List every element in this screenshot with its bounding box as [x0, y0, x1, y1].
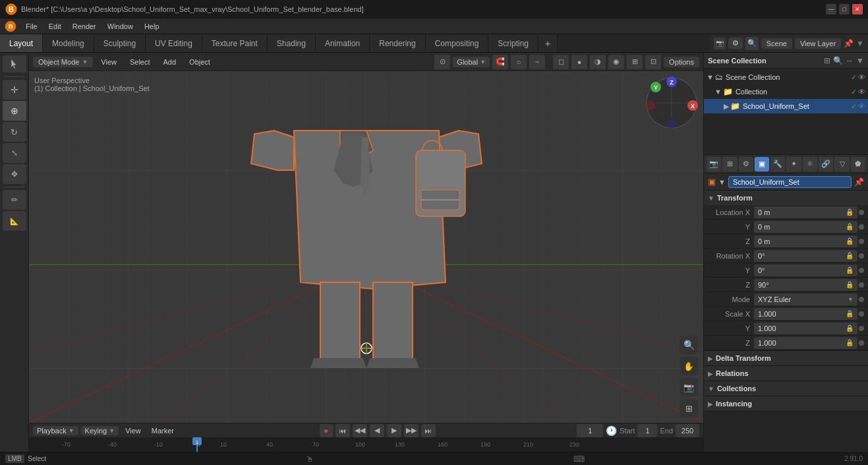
world-grid-icon[interactable]: ⊞	[680, 399, 698, 418]
tab-texture-paint[interactable]: Texture Paint	[202, 34, 268, 52]
scene-collection-item[interactable]: ▼ 🗂 Scene Collection ✓ 👁	[704, 70, 868, 84]
skip-start-button[interactable]: ⏮	[335, 424, 350, 437]
collections-header[interactable]: ▼ Collections	[704, 381, 868, 396]
object-prop-icon[interactable]: ▣	[755, 157, 769, 171]
object-mode-dropdown[interactable]: Object Mode ▼	[33, 57, 93, 67]
rotation-z-field[interactable]: 90° 🔒	[754, 279, 857, 291]
start-frame-input[interactable]: 1	[637, 424, 657, 437]
menu-edit[interactable]: Edit	[43, 21, 67, 32]
object-menu-btn[interactable]: Object	[184, 57, 216, 67]
location-y-field[interactable]: 0 m 🔒	[754, 221, 857, 233]
menu-file[interactable]: File	[20, 21, 43, 32]
scale-z-field[interactable]: 1.000 🔒	[754, 337, 857, 349]
pivot-icon[interactable]: ⊙	[434, 55, 450, 69]
collection-item[interactable]: ▼ 📁 Collection ✓ 👁	[704, 84, 868, 99]
minimize-button[interactable]: —	[826, 4, 836, 15]
global-dropdown[interactable]: Global ▼	[453, 57, 490, 67]
material-icon[interactable]: ◑	[590, 55, 606, 69]
menu-render[interactable]: Render	[67, 21, 101, 32]
modifier-prop-icon[interactable]: 🔧	[770, 157, 785, 171]
view-menu-btn[interactable]: View	[96, 57, 122, 67]
scale-tool[interactable]: ⤡	[3, 143, 26, 163]
pin-object-icon[interactable]: 📌	[854, 177, 864, 187]
tab-animation[interactable]: Animation	[316, 34, 370, 52]
relations-header[interactable]: ▶ Relations	[704, 366, 868, 381]
transform-tool[interactable]: ✥	[3, 164, 26, 184]
walk-navigation-icon[interactable]: ✋	[680, 357, 698, 375]
timeline-scrubber[interactable]: -70 -40 -10 0 10 40 70 100 130 160 190 2…	[29, 437, 703, 452]
scale-y-field[interactable]: 1.000 🔒	[754, 323, 857, 334]
rotate-tool[interactable]: ↻	[3, 122, 26, 142]
scale-x-dot[interactable]	[859, 311, 864, 317]
menu-window[interactable]: Window	[102, 21, 138, 32]
timeline-marker-btn[interactable]: Marker	[148, 426, 178, 435]
cursor-tool[interactable]: ✛	[3, 80, 26, 100]
rotation-x-dot[interactable]	[859, 253, 864, 259]
tab-layout[interactable]: Layout	[0, 34, 43, 52]
current-frame-input[interactable]: 1	[577, 424, 603, 437]
tab-add-button[interactable]: +	[538, 34, 558, 52]
delta-transform-header[interactable]: ▶ Delta Transform	[704, 351, 868, 365]
euler-mode-dropdown[interactable]: XYZ Euler ▼	[754, 294, 857, 305]
search-icon[interactable]: 🔍	[745, 37, 759, 50]
constraints-prop-icon[interactable]: 🔗	[819, 157, 833, 171]
select-menu-btn[interactable]: Select	[125, 57, 156, 67]
tab-shading[interactable]: Shading	[268, 34, 316, 52]
material-prop-icon[interactable]: ⬟	[851, 157, 865, 171]
step-back-button[interactable]: ◀◀	[353, 424, 367, 437]
mode-dot[interactable]	[859, 297, 864, 302]
play-back-button[interactable]: ◀	[370, 424, 384, 437]
add-menu-btn[interactable]: Add	[158, 57, 182, 67]
visibility2-eye-icon[interactable]: 👁	[858, 88, 865, 96]
instancing-header[interactable]: ▶ Instancing	[704, 396, 868, 411]
location-y-dot[interactable]	[859, 224, 864, 230]
overlay-icon[interactable]: ⊞	[627, 55, 643, 69]
physics-prop-icon[interactable]: ⚛	[803, 157, 817, 171]
rotation-z-dot[interactable]	[859, 282, 864, 288]
viewport-mode-icon[interactable]	[3, 55, 26, 73]
proportional2-icon[interactable]: ~	[529, 55, 545, 69]
wireframe-icon[interactable]: ◻	[553, 55, 569, 69]
tab-rendering[interactable]: Rendering	[370, 34, 425, 52]
solid-icon[interactable]: ●	[571, 55, 587, 69]
tab-uv-editing[interactable]: UV Editing	[146, 34, 202, 52]
rotation-x-field[interactable]: 0° 🔒	[754, 250, 857, 262]
data-prop-icon[interactable]: ▽	[834, 157, 849, 171]
tab-modeling[interactable]: Modeling	[43, 34, 94, 52]
rotation-y-dot[interactable]	[859, 268, 864, 273]
zoom-camera-icon[interactable]: 🔍	[680, 336, 698, 354]
school-uniform-set-item[interactable]: ▶ 📁 School_Uniform_Set ✓ 👁	[704, 99, 868, 113]
nav-gizmo[interactable]: Z X Y	[645, 77, 698, 129]
tab-sculpting[interactable]: Sculpting	[94, 34, 146, 52]
snap-icon[interactable]: 🧲	[492, 55, 508, 69]
location-z-dot[interactable]	[859, 239, 864, 244]
blender-menu-logo[interactable]: B	[3, 18, 18, 34]
outliner-search-icon[interactable]: 🔍	[833, 56, 843, 65]
camera-view-icon[interactable]: 📷	[680, 378, 698, 396]
end-frame-input[interactable]: 250	[676, 424, 699, 437]
viewport-canvas[interactable]: User Perspective (1) Collection | School…	[29, 71, 703, 423]
rotation-y-field[interactable]: 0° 🔒	[754, 264, 857, 276]
maximize-button[interactable]: □	[839, 4, 850, 15]
location-z-field[interactable]: 0 m 🔒	[754, 235, 857, 247]
scene-prop-icon[interactable]: 📷	[707, 157, 721, 171]
scale-y-dot[interactable]	[859, 326, 864, 331]
proportional-icon[interactable]: ○	[511, 55, 527, 69]
move-tool[interactable]: ⊕	[3, 101, 26, 121]
play-forward-button[interactable]: ▶	[387, 424, 401, 437]
location-x-field[interactable]: 0 m 🔒	[754, 206, 857, 218]
record-button[interactable]: ●	[320, 424, 333, 437]
particles-prop-icon[interactable]: ✦	[786, 157, 801, 171]
outliner-options-icon[interactable]: ▼	[856, 56, 864, 65]
tab-compositing[interactable]: Compositing	[426, 34, 489, 52]
view-layer-dropdown[interactable]: View Layer	[795, 38, 841, 49]
transform-header[interactable]: ▼ Transform	[704, 191, 868, 205]
outliner-sync-icon[interactable]: ↔	[846, 56, 854, 65]
scale-x-field[interactable]: 1.000 🔒	[754, 308, 857, 320]
render-engine-btn[interactable]: ⚙	[728, 38, 743, 49]
measure-tool[interactable]: 📐	[3, 211, 26, 231]
location-x-dot[interactable]	[859, 210, 864, 215]
xray-icon[interactable]: ⊡	[645, 55, 661, 69]
step-forward-button[interactable]: ▶▶	[404, 424, 419, 437]
options-dropdown[interactable]: Options	[664, 57, 699, 67]
